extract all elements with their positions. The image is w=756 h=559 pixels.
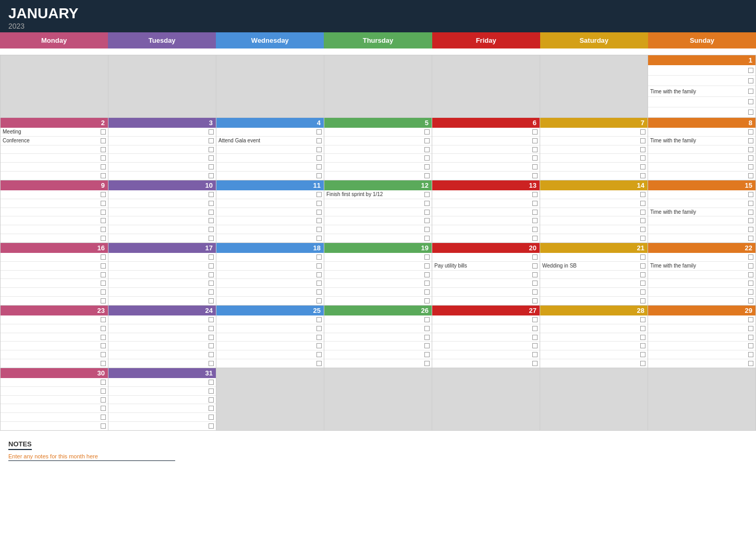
event-checkbox[interactable] xyxy=(640,192,645,197)
event-checkbox[interactable] xyxy=(640,263,645,269)
event-checkbox[interactable] xyxy=(101,201,106,206)
event-checkbox[interactable] xyxy=(209,415,214,420)
event-checkbox[interactable] xyxy=(748,192,753,197)
event-checkbox[interactable] xyxy=(101,326,106,331)
event-checkbox[interactable] xyxy=(316,317,322,322)
event-checkbox[interactable] xyxy=(209,317,214,322)
event-checkbox[interactable] xyxy=(640,343,645,348)
event-checkbox[interactable] xyxy=(424,361,430,366)
event-checkbox[interactable] xyxy=(101,281,106,286)
event-checkbox[interactable] xyxy=(101,317,106,322)
event-checkbox[interactable] xyxy=(640,236,645,241)
event-checkbox[interactable] xyxy=(316,192,322,197)
event-checkbox[interactable] xyxy=(748,138,753,143)
event-checkbox[interactable] xyxy=(101,423,106,429)
event-checkbox[interactable] xyxy=(209,164,214,169)
event-checkbox[interactable] xyxy=(748,155,753,161)
event-checkbox[interactable] xyxy=(532,192,538,197)
event-checkbox[interactable] xyxy=(748,317,753,322)
event-checkbox[interactable] xyxy=(209,380,214,385)
event-checkbox[interactable] xyxy=(748,164,753,169)
event-checkbox[interactable] xyxy=(748,263,753,269)
event-checkbox[interactable] xyxy=(532,218,538,223)
event-checkbox[interactable] xyxy=(101,388,106,394)
event-checkbox[interactable] xyxy=(532,343,538,348)
event-checkbox[interactable] xyxy=(101,343,106,348)
event-checkbox[interactable] xyxy=(424,254,430,260)
event-checkbox[interactable] xyxy=(101,192,106,197)
event-checkbox[interactable] xyxy=(424,352,430,357)
event-checkbox[interactable] xyxy=(640,254,645,260)
event-checkbox[interactable] xyxy=(209,326,214,331)
event-checkbox[interactable] xyxy=(209,272,214,277)
event-checkbox[interactable] xyxy=(316,164,322,169)
event-checkbox[interactable] xyxy=(748,68,753,73)
event-checkbox[interactable] xyxy=(532,281,538,286)
event-checkbox[interactable] xyxy=(748,254,753,260)
event-checkbox[interactable] xyxy=(748,218,753,223)
event-checkbox[interactable] xyxy=(101,173,106,178)
event-checkbox[interactable] xyxy=(316,263,322,269)
event-checkbox[interactable] xyxy=(532,155,538,161)
event-checkbox[interactable] xyxy=(316,272,322,277)
event-checkbox[interactable] xyxy=(640,164,645,169)
event-checkbox[interactable] xyxy=(316,281,322,286)
event-checkbox[interactable] xyxy=(532,289,538,295)
event-checkbox[interactable] xyxy=(532,361,538,366)
event-checkbox[interactable] xyxy=(748,361,753,366)
event-checkbox[interactable] xyxy=(316,289,322,295)
event-checkbox[interactable] xyxy=(209,138,214,143)
event-checkbox[interactable] xyxy=(424,335,430,340)
event-checkbox[interactable] xyxy=(640,201,645,206)
event-checkbox[interactable] xyxy=(640,361,645,366)
event-checkbox[interactable] xyxy=(748,99,753,104)
event-checkbox[interactable] xyxy=(532,210,538,215)
event-checkbox[interactable] xyxy=(316,129,322,135)
event-checkbox[interactable] xyxy=(748,201,753,206)
event-checkbox[interactable] xyxy=(101,298,106,303)
event-checkbox[interactable] xyxy=(209,335,214,340)
event-checkbox[interactable] xyxy=(532,298,538,303)
event-checkbox[interactable] xyxy=(101,406,106,411)
event-checkbox[interactable] xyxy=(748,129,753,135)
event-checkbox[interactable] xyxy=(748,236,753,241)
event-checkbox[interactable] xyxy=(209,361,214,366)
event-checkbox[interactable] xyxy=(424,210,430,215)
event-checkbox[interactable] xyxy=(316,138,322,143)
event-checkbox[interactable] xyxy=(101,236,106,241)
event-checkbox[interactable] xyxy=(532,236,538,241)
event-checkbox[interactable] xyxy=(101,254,106,260)
event-checkbox[interactable] xyxy=(101,380,106,385)
event-checkbox[interactable] xyxy=(640,227,645,232)
event-checkbox[interactable] xyxy=(748,173,753,178)
event-checkbox[interactable] xyxy=(748,227,753,232)
event-checkbox[interactable] xyxy=(209,423,214,429)
event-checkbox[interactable] xyxy=(101,335,106,340)
event-checkbox[interactable] xyxy=(209,352,214,357)
event-checkbox[interactable] xyxy=(640,138,645,143)
event-checkbox[interactable] xyxy=(424,201,430,206)
event-checkbox[interactable] xyxy=(316,227,322,232)
event-checkbox[interactable] xyxy=(316,218,322,223)
event-checkbox[interactable] xyxy=(209,227,214,232)
event-checkbox[interactable] xyxy=(209,173,214,178)
event-checkbox[interactable] xyxy=(748,343,753,348)
event-checkbox[interactable] xyxy=(748,272,753,277)
event-checkbox[interactable] xyxy=(748,326,753,331)
event-checkbox[interactable] xyxy=(424,281,430,286)
event-checkbox[interactable] xyxy=(316,335,322,340)
event-checkbox[interactable] xyxy=(209,201,214,206)
event-checkbox[interactable] xyxy=(424,164,430,169)
event-checkbox[interactable] xyxy=(748,298,753,303)
event-checkbox[interactable] xyxy=(424,298,430,303)
event-checkbox[interactable] xyxy=(316,343,322,348)
event-checkbox[interactable] xyxy=(532,263,538,269)
event-checkbox[interactable] xyxy=(640,155,645,161)
event-checkbox[interactable] xyxy=(424,272,430,277)
event-checkbox[interactable] xyxy=(532,227,538,232)
event-checkbox[interactable] xyxy=(101,218,106,223)
event-checkbox[interactable] xyxy=(209,281,214,286)
event-checkbox[interactable] xyxy=(316,326,322,331)
event-checkbox[interactable] xyxy=(640,298,645,303)
event-checkbox[interactable] xyxy=(424,289,430,295)
